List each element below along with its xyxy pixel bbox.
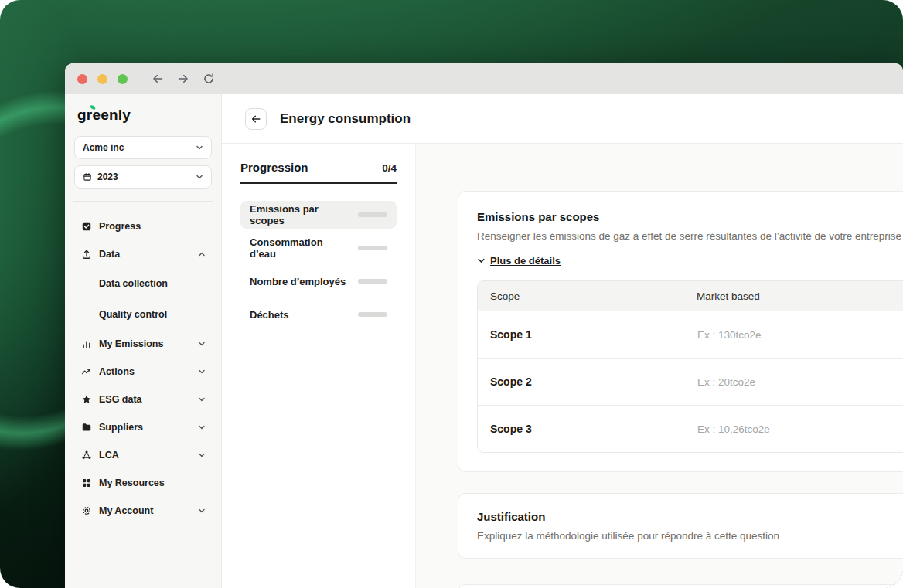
content-area: Emissions par scopes Renseigner les émis… xyxy=(416,144,903,588)
scope-2-cell xyxy=(683,359,903,405)
next-card-partial xyxy=(458,584,903,588)
scope-1-label: Scope 1 xyxy=(478,311,683,358)
sidebar-item-my-resources[interactable]: My Resources xyxy=(74,469,212,497)
year-selector-value: 2023 xyxy=(97,172,118,182)
upload-icon xyxy=(80,249,92,260)
sidebar-item-my-emissions[interactable]: My Emissions xyxy=(74,330,212,358)
progression-title: Progression xyxy=(240,161,308,174)
progression-item-emissions-par-scopes[interactable]: Emissions par scopes xyxy=(240,201,397,229)
sidebar-item-esg-data[interactable]: ESG data xyxy=(74,386,212,413)
maximize-window-button[interactable] xyxy=(118,74,128,84)
progression-divider xyxy=(240,182,397,184)
browser-back-icon[interactable] xyxy=(148,70,167,88)
chevron-down-icon xyxy=(198,451,206,459)
sidebar-item-actions[interactable]: Actions xyxy=(74,358,212,386)
scope-3-cell xyxy=(683,406,903,452)
justification-card: Justification Expliquez la méthodologie … xyxy=(458,493,903,559)
table-row-scope-1: Scope 1 xyxy=(478,311,903,358)
sidebar-item-label: Progress xyxy=(99,221,141,232)
details-toggle-label: Plus de détails xyxy=(490,255,561,267)
justification-card-title: Justification xyxy=(477,510,903,523)
chevron-up-icon xyxy=(198,250,206,258)
sidebar-item-lca[interactable]: LCA xyxy=(74,441,212,469)
checkbox-icon xyxy=(80,221,92,233)
progression-panel: Progression 0/4 Emissions par scopes Con… xyxy=(222,144,416,588)
sidebar-item-my-account[interactable]: My Account xyxy=(74,497,212,525)
company-selector[interactable]: Acme inc xyxy=(74,136,212,159)
progression-item-label: Emissions par scopes xyxy=(250,203,352,226)
details-toggle[interactable]: Plus de détails xyxy=(477,255,561,267)
progress-bar xyxy=(358,246,387,250)
progression-item-dechets[interactable]: Déchets xyxy=(240,301,397,328)
sidebar: greenly Acme inc 2023 Prog xyxy=(65,94,222,588)
chevron-down-icon xyxy=(198,423,206,431)
close-window-button[interactable] xyxy=(77,74,87,84)
sidebar-item-label: LCA xyxy=(99,450,119,461)
sidebar-item-data-collection[interactable]: Data collection xyxy=(74,268,212,299)
chevron-down-icon xyxy=(198,396,206,403)
sidebar-item-suppliers[interactable]: Suppliers xyxy=(74,413,212,441)
scope-2-input[interactable] xyxy=(697,376,903,388)
scope-3-label: Scope 3 xyxy=(478,406,683,452)
table-row-scope-2: Scope 2 xyxy=(478,358,903,405)
company-selector-value: Acme inc xyxy=(83,142,124,153)
scope-1-input[interactable] xyxy=(697,329,903,341)
emissions-card-title: Emissions par scopes xyxy=(477,210,903,223)
scope-3-input[interactable] xyxy=(697,423,903,435)
chevron-down-icon xyxy=(198,340,206,348)
main-area: Energy consumption Progression 0/4 Emiss… xyxy=(222,94,903,588)
year-selector[interactable]: 2023 xyxy=(74,165,212,189)
sidebar-item-label: ESG data xyxy=(99,394,142,405)
sidebar-item-label: My Resources xyxy=(99,478,165,488)
sidebar-item-label: My Emissions xyxy=(99,338,163,349)
minimize-window-button[interactable] xyxy=(97,74,107,84)
progress-bar xyxy=(358,279,387,284)
sidebar-item-progress[interactable]: Progress xyxy=(74,212,212,240)
chevron-down-icon xyxy=(196,173,203,181)
progression-item-nombre-employes[interactable]: Nombre d’employés xyxy=(240,267,397,295)
greenly-logo-text: greenly xyxy=(77,107,131,123)
sidebar-item-label: Quality control xyxy=(99,309,167,320)
emissions-card-description: Renseigner les émissions de gaz à effet … xyxy=(477,230,903,242)
folder-icon xyxy=(80,422,92,433)
progression-item-consommation-eau[interactable]: Consommation d’eau xyxy=(240,234,397,262)
scope-1-cell xyxy=(683,311,903,358)
sidebar-item-label: Data collection xyxy=(99,278,168,289)
chevron-down-icon xyxy=(198,507,206,515)
desktop-background: greenly Acme inc 2023 Prog xyxy=(0,0,903,588)
chevron-down-icon xyxy=(196,144,203,151)
progression-item-label: Nombre d’employés xyxy=(250,276,346,287)
greenly-logo: greenly xyxy=(77,107,210,124)
scopes-table-header: Scope Market based xyxy=(478,281,903,311)
arrow-left-icon xyxy=(250,114,261,124)
justification-card-description: Expliquez la méthodologie utilisée pour … xyxy=(477,530,903,542)
progression-item-label: Déchets xyxy=(250,309,289,321)
star-icon xyxy=(80,394,92,406)
calendar-icon xyxy=(83,172,92,182)
emissions-card: Emissions par scopes Renseigner les émis… xyxy=(458,191,903,472)
sidebar-item-label: Data xyxy=(99,249,120,260)
sidebar-item-quality-control[interactable]: Quality control xyxy=(74,299,212,330)
sidebar-item-label: Actions xyxy=(99,366,135,377)
sidebar-item-label: Suppliers xyxy=(99,422,143,433)
back-button[interactable] xyxy=(245,108,267,130)
gear-icon xyxy=(80,505,92,517)
molecule-icon xyxy=(80,450,92,461)
scope-2-label: Scope 2 xyxy=(478,359,683,405)
bar-chart-icon xyxy=(80,338,92,350)
column-header-market-based: Market based xyxy=(683,291,903,302)
chevron-down-icon xyxy=(477,257,486,265)
trend-icon xyxy=(80,366,92,378)
progress-bar xyxy=(358,212,387,217)
progression-list: Emissions par scopes Consommation d’eau … xyxy=(240,201,397,328)
browser-chrome xyxy=(65,63,903,94)
browser-reload-icon[interactable] xyxy=(199,70,218,88)
sidebar-item-label: My Account xyxy=(99,505,153,516)
browser-window: greenly Acme inc 2023 Prog xyxy=(65,63,903,588)
browser-nav xyxy=(148,70,218,88)
browser-forward-icon[interactable] xyxy=(174,70,193,88)
sidebar-item-data[interactable]: Data xyxy=(74,240,212,268)
column-header-scope: Scope xyxy=(478,291,683,302)
chevron-down-icon xyxy=(198,368,206,376)
page-title: Energy consumption xyxy=(280,111,411,127)
